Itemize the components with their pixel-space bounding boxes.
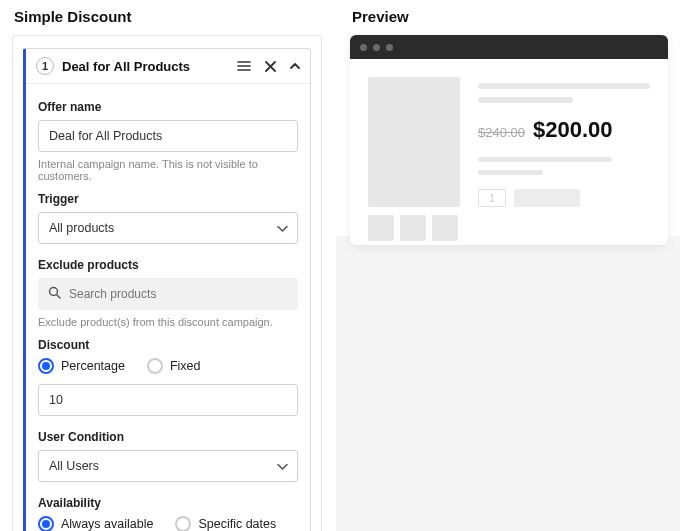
- exclude-help: Exclude product(s) from this discount ca…: [38, 316, 298, 328]
- search-icon: [48, 286, 61, 302]
- radio-unselected-icon: [175, 516, 191, 531]
- radio-selected-icon: [38, 516, 54, 531]
- close-icon[interactable]: [265, 61, 276, 72]
- radio-unselected-icon: [147, 358, 163, 374]
- exclude-search-input[interactable]: [69, 287, 288, 301]
- offer-name-label: Offer name: [38, 100, 298, 114]
- offer-name-input[interactable]: [38, 120, 298, 152]
- offer-card: 1 Deal for All Products: [23, 48, 311, 531]
- availability-always[interactable]: Always available: [38, 516, 153, 531]
- trigger-select[interactable]: All products: [38, 212, 298, 244]
- availability-specific-label: Specific dates: [198, 517, 276, 531]
- window-dot-icon: [360, 44, 367, 51]
- window-dot-icon: [373, 44, 380, 51]
- price-discounted: $200.00: [533, 117, 613, 143]
- product-image-placeholder: [368, 77, 460, 207]
- product-thumb-placeholder: [400, 215, 426, 241]
- discount-panel: 1 Deal for All Products: [12, 35, 322, 531]
- product-thumb-placeholder: [432, 215, 458, 241]
- window-dot-icon: [386, 44, 393, 51]
- availability-specific[interactable]: Specific dates: [175, 516, 276, 531]
- preview-image-column: [368, 77, 460, 241]
- skeleton-line: [478, 97, 573, 103]
- exclude-products-label: Exclude products: [38, 258, 298, 272]
- exclude-search-box[interactable]: [38, 278, 298, 310]
- preview-window: $240.00 $200.00 1: [350, 35, 668, 245]
- discount-label: Discount: [38, 338, 298, 352]
- qty-placeholder: 1: [478, 189, 506, 207]
- simple-discount-title: Simple Discount: [14, 8, 322, 25]
- trigger-label: Trigger: [38, 192, 298, 206]
- discount-value-input[interactable]: [38, 384, 298, 416]
- preview-titlebar: [350, 35, 668, 59]
- add-to-cart-placeholder: [514, 189, 580, 207]
- offer-index-badge: 1: [36, 57, 54, 75]
- user-condition-select[interactable]: All Users: [38, 450, 298, 482]
- discount-type-fixed[interactable]: Fixed: [147, 358, 201, 374]
- availability-label: Availability: [38, 496, 298, 510]
- product-thumb-placeholder: [368, 215, 394, 241]
- skeleton-line: [478, 170, 543, 175]
- offer-card-title: Deal for All Products: [62, 59, 229, 74]
- skeleton-line: [478, 157, 612, 162]
- discount-type-percentage-label: Percentage: [61, 359, 125, 373]
- user-condition-label: User Condition: [38, 430, 298, 444]
- discount-type-percentage[interactable]: Percentage: [38, 358, 125, 374]
- collapse-icon[interactable]: [290, 62, 300, 70]
- offer-name-help: Internal campaign name. This is not visi…: [38, 158, 298, 182]
- offer-card-header: 1 Deal for All Products: [26, 49, 310, 84]
- discount-type-fixed-label: Fixed: [170, 359, 201, 373]
- radio-selected-icon: [38, 358, 54, 374]
- availability-always-label: Always available: [61, 517, 153, 531]
- skeleton-line: [478, 83, 650, 89]
- svg-point-0: [50, 288, 58, 296]
- reorder-icon[interactable]: [237, 60, 251, 72]
- preview-title: Preview: [352, 8, 668, 25]
- preview-info-column: $240.00 $200.00 1: [478, 77, 650, 241]
- price-original: $240.00: [478, 125, 525, 140]
